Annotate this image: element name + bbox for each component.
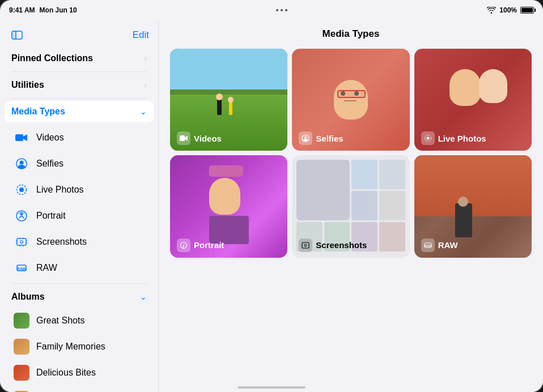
battery-percent: 100% (499, 6, 517, 14)
grid-item-selfies[interactable]: Selfies (292, 49, 409, 151)
svg-rect-3 (15, 134, 23, 141)
live-person2 (479, 69, 507, 103)
utilities-label: Utilities (11, 80, 44, 90)
raw-grid-icon: RAW (421, 238, 435, 252)
person-silhouette (217, 98, 222, 115)
videos-label: Videos (36, 133, 64, 143)
time: 9:41 AM (9, 6, 35, 14)
svg-point-16 (304, 137, 307, 139)
status-right: 100% (487, 6, 534, 14)
sidebar-item-delicious-bites[interactable]: Delicious Bites (7, 360, 151, 386)
selfies-grid-icon (299, 131, 312, 145)
albums-chevron-icon: ⌄ (140, 292, 147, 301)
wifi-icon (487, 7, 496, 14)
status-left: 9:41 AM Mon Jun 10 (9, 6, 77, 14)
nav-section-media-types: Media Types ⌄ (5, 101, 154, 122)
screenshots-icon (14, 234, 29, 250)
grid-item-raw[interactable]: RAW RAW (414, 155, 532, 257)
sidebar-item-utilities[interactable]: Utilities › (5, 74, 154, 96)
app-container: Edit Pinned Collections › Utilities › (0, 20, 543, 392)
delicious-bites-label: Delicious Bites (36, 368, 96, 378)
main-content: Media Types (159, 20, 543, 392)
albums-section[interactable]: Albums ⌄ (5, 286, 154, 308)
battery-icon (520, 7, 534, 14)
divider2 (11, 98, 147, 99)
grid-item-videos[interactable]: Videos (170, 49, 287, 151)
sidebar-item-videos[interactable]: Videos (7, 125, 151, 151)
live-photos-grid-label: Live Photos (421, 131, 486, 145)
albums-label: Albums (11, 292, 45, 302)
video-icon (14, 130, 29, 146)
delicious-bites-thumb (14, 365, 29, 381)
live-photos-icon (14, 182, 29, 198)
portrait-hat (209, 165, 243, 177)
selfies-icon (14, 156, 29, 172)
sidebar-icon (11, 29, 23, 41)
chevron-right-icon: › (144, 54, 147, 63)
sidebar-item-screenshots[interactable]: Screenshots (7, 229, 151, 255)
screenshots-label: Screenshots (36, 237, 87, 247)
sidebar-item-live-photos[interactable]: Live Photos (7, 177, 151, 203)
live-photos-grid-icon (421, 131, 435, 145)
raw-person (455, 203, 472, 237)
sidebar-item-family-memories[interactable]: Family Memories (7, 334, 151, 360)
selfie-face (334, 80, 368, 120)
selfies-grid-label: Selfies (299, 131, 343, 145)
portrait-grid-text: Portrait (194, 240, 224, 250)
live-face1 (449, 69, 481, 106)
sidebar-toggle-button[interactable] (9, 27, 25, 43)
svg-text:RAW: RAW (424, 244, 431, 248)
selfies-label: Selfies (36, 159, 63, 169)
chevron-right-icon-2: › (144, 80, 147, 90)
screenshot-thumb-2 (351, 160, 377, 189)
sidebar-item-selfies[interactable]: Selfies (7, 151, 151, 177)
grid-item-screenshots[interactable]: Screenshots (292, 155, 409, 257)
screenshot-thumb-5 (379, 191, 405, 220)
sidebar-item-raw[interactable]: RAW RAW (7, 255, 151, 281)
album-items: Great Shots Family Memories Delicious Bi… (5, 308, 154, 392)
svg-point-6 (19, 188, 24, 192)
svg-point-22 (304, 244, 307, 246)
grid-item-live-photos[interactable]: Live Photos (414, 49, 532, 151)
dot3 (285, 9, 287, 11)
selfie-glasses (337, 90, 366, 98)
sidebar-item-media-types[interactable]: Media Types ⌄ (5, 101, 154, 122)
raw-grid-text: RAW (438, 240, 458, 250)
svg-rect-21 (302, 242, 309, 248)
great-shots-thumb (14, 313, 29, 329)
screenshot-thumb-large (296, 160, 350, 220)
chevron-down-icon: ⌄ (140, 107, 147, 116)
svg-point-9 (20, 213, 23, 216)
portrait-icon (14, 208, 29, 224)
videos-grid-text: Videos (194, 134, 222, 143)
selfies-grid-text: Selfies (316, 134, 343, 143)
portrait-person (209, 165, 249, 244)
sidebar-item-in-the-sun[interactable]: In the Sun (7, 386, 151, 392)
sidebar-item-great-shots[interactable]: Great Shots (7, 308, 151, 334)
status-dots (276, 9, 287, 11)
screenshot-thumb-3 (379, 160, 405, 189)
portrait-grid-label: ƒ Portrait (177, 238, 224, 252)
svg-point-17 (426, 137, 429, 140)
live-face2 (479, 69, 507, 103)
divider3 (11, 283, 147, 284)
sidebar-nav: Pinned Collections › Utilities › (0, 48, 158, 392)
screenshots-grid-text: Screenshots (316, 240, 367, 250)
sidebar-item-pinned-collections[interactable]: Pinned Collections › (5, 48, 154, 69)
portrait-face (209, 178, 240, 215)
family-memories-thumb (14, 339, 29, 355)
media-grid: Videos (170, 49, 532, 258)
screenshot-thumb-4 (351, 191, 377, 220)
svg-text:ƒ: ƒ (183, 243, 185, 248)
pinned-collections-label: Pinned Collections (11, 53, 93, 63)
sidebar-item-portrait[interactable]: Portrait (7, 203, 151, 229)
dot1 (276, 9, 278, 11)
family-memories-label: Family Memories (36, 342, 105, 352)
edit-button[interactable]: Edit (133, 29, 149, 41)
dot2 (281, 9, 283, 11)
screenshot-thumb-9 (379, 222, 405, 252)
sidebar: Edit Pinned Collections › Utilities › (0, 20, 159, 392)
date: Mon Jun 10 (40, 6, 77, 14)
grid-item-portrait[interactable]: ƒ Portrait (170, 155, 287, 257)
raw-figure (455, 203, 472, 237)
